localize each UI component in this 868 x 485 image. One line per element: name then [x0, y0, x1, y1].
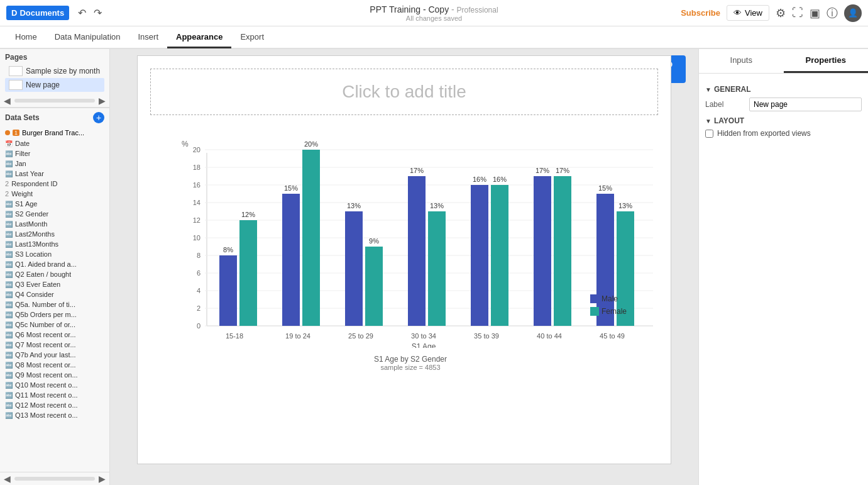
tab-inputs[interactable]: Inputs: [699, 49, 784, 73]
redo-button[interactable]: ↷: [91, 6, 104, 20]
num-icon: 2: [5, 190, 9, 198]
list-item[interactable]: 🔤 Q9 Most recent on...: [0, 370, 109, 380]
list-item[interactable]: 🔤 Q5a. Number of ti...: [0, 299, 109, 309]
svg-text:8: 8: [197, 252, 201, 259]
tab-data-manipulation[interactable]: Data Manipulation: [46, 27, 129, 48]
list-item[interactable]: 🔤 S2 Gender: [0, 209, 109, 219]
svg-text:6: 6: [197, 269, 201, 277]
tab-insert[interactable]: Insert: [129, 27, 167, 48]
chart-svg-wrapper: % 0 2 4 6: [175, 134, 646, 350]
view-button[interactable]: 👁 View: [727, 5, 769, 21]
scroll-left-button[interactable]: ◀: [3, 96, 12, 106]
layout-section-header: ▼ LAYOUT: [705, 116, 862, 125]
text-icon: 🔤: [5, 251, 13, 258]
svg-text:16: 16: [193, 181, 201, 189]
help-icon[interactable]: ⓘ: [827, 6, 838, 21]
list-item[interactable]: 🔤 Q5c Number of or...: [0, 320, 109, 330]
general-label: GENERAL: [714, 85, 751, 94]
node-date: Date: [15, 140, 30, 147]
list-item[interactable]: 🔤 Q4 Consider: [0, 289, 109, 299]
logo-button[interactable]: D Documents: [6, 6, 69, 20]
doc-title: PPT Training - Copy - Professional: [370, 4, 498, 14]
panel-body: ▼ GENERAL Label ▼ LAYOUT Hidden from exp…: [699, 74, 868, 485]
bar: [408, 176, 426, 326]
node-q11: Q11 Most recent o...: [15, 391, 78, 399]
undo-redo-group: ↶ ↷: [75, 6, 104, 20]
svg-text:17%: 17%: [536, 167, 549, 174]
chart-sample-size: sample size = 4853: [175, 364, 646, 371]
filter-icon: 🔤: [5, 150, 13, 157]
svg-text:13%: 13%: [347, 202, 361, 209]
hidden-exports-checkbox[interactable]: [705, 130, 713, 138]
svg-text:14: 14: [193, 199, 201, 206]
avatar[interactable]: 👤: [844, 4, 862, 22]
doc-info: PPT Training - Copy - Professional All c…: [370, 4, 498, 22]
undo-button[interactable]: ↶: [75, 6, 89, 20]
node-filter: Filter: [15, 150, 30, 157]
root-badge: 1: [13, 130, 19, 136]
list-item[interactable]: 🔤 Last Year: [0, 169, 109, 179]
list-item[interactable]: 🔤 Q6 Most recent or...: [0, 330, 109, 340]
add-dataset-button[interactable]: +: [93, 112, 104, 123]
node-lastyear: Last Year: [15, 170, 44, 177]
page-item-1[interactable]: Sample size by month: [5, 64, 104, 78]
node-q12: Q12 Most recent o...: [15, 401, 78, 409]
scroll-track: [14, 99, 95, 103]
scroll-right-button[interactable]: ▶: [97, 96, 107, 106]
dataset-root[interactable]: 1 Burger Brand Trac...: [0, 127, 109, 138]
list-item[interactable]: 🔤 Q8 Most recent or...: [0, 360, 109, 370]
list-item[interactable]: 🔤 LastMonth: [0, 219, 109, 229]
page-item-2[interactable]: New page: [5, 78, 104, 92]
text-icon: 🔤: [5, 362, 13, 369]
list-item[interactable]: 🔤 S3 Location: [0, 249, 109, 259]
svg-text:S1 Age: S1 Age: [412, 342, 436, 348]
page-label-1: Sample size by month: [26, 67, 100, 75]
node-q3: Q3 Ever Eaten: [15, 281, 60, 288]
text-icon: 🔤: [5, 281, 13, 288]
list-item[interactable]: 🔤 Jan: [0, 159, 109, 169]
tab-appearance[interactable]: Appearance: [167, 27, 231, 48]
svg-text:16%: 16%: [493, 176, 507, 183]
list-item[interactable]: 🔤 Q5b Orders per m...: [0, 309, 109, 320]
list-item[interactable]: 🔤 Q2 Eaten / bought: [0, 269, 109, 279]
list-item[interactable]: 2 Weight: [0, 189, 109, 199]
text-icon: 🔤: [5, 211, 13, 218]
node-s1age: S1 Age: [15, 200, 37, 208]
hidden-exports-row: Hidden from exported views: [705, 129, 862, 138]
right-panel: Inputs Properties ▼ GENERAL Label ▼ LAYO…: [698, 49, 868, 485]
svg-text:Female: Female: [602, 307, 627, 316]
list-item[interactable]: 🔤 S1 Age: [0, 199, 109, 209]
list-item[interactable]: 🔤 Q7b And your last...: [0, 350, 109, 360]
list-item[interactable]: 2 Respondent ID: [0, 179, 109, 189]
svg-text:13%: 13%: [430, 202, 444, 209]
list-item[interactable]: 🔤 Last13Months: [0, 239, 109, 249]
legend-female-icon: [590, 307, 599, 316]
settings-icon[interactable]: ⚙: [776, 6, 786, 20]
list-item[interactable]: 🔤 Q3 Ever Eaten: [0, 279, 109, 289]
ds-scroll-right-button[interactable]: ▶: [97, 474, 107, 484]
tab-export[interactable]: Export: [231, 27, 273, 48]
node-q1: Q1. Aided brand a...: [15, 260, 77, 268]
svg-text:12%: 12%: [241, 211, 255, 218]
fullscreen-icon[interactable]: ⛶: [792, 6, 803, 20]
list-item[interactable]: 🔤 Filter: [0, 148, 109, 159]
list-item[interactable]: 🔤 Q12 Most recent o...: [0, 400, 109, 410]
list-item[interactable]: 🔤 Q1. Aided brand a...: [0, 259, 109, 269]
label-input[interactable]: [749, 98, 862, 111]
list-item[interactable]: 🔤 Q7 Most recent or...: [0, 340, 109, 350]
bar: [219, 255, 237, 326]
title-placeholder[interactable]: Click to add title: [150, 69, 658, 115]
ds-scroll-left-button[interactable]: ◀: [3, 474, 12, 484]
list-item[interactable]: 🔤 Q13 Most recent o...: [0, 410, 109, 420]
list-item[interactable]: 🔤 Q11 Most recent o...: [0, 390, 109, 400]
list-item[interactable]: 🔤 Last2Months: [0, 229, 109, 239]
tab-home[interactable]: Home: [6, 27, 46, 48]
text-icon: 🔤: [5, 291, 13, 298]
bar: [365, 247, 383, 326]
text-icon: 🔤: [5, 201, 13, 208]
tab-properties[interactable]: Properties: [784, 49, 869, 73]
subscribe-button[interactable]: Subscribe: [681, 8, 720, 18]
list-item[interactable]: 📅 Date: [0, 138, 109, 148]
layout-icon[interactable]: ▣: [810, 6, 820, 20]
list-item[interactable]: 🔤 Q10 Most recent o...: [0, 380, 109, 390]
